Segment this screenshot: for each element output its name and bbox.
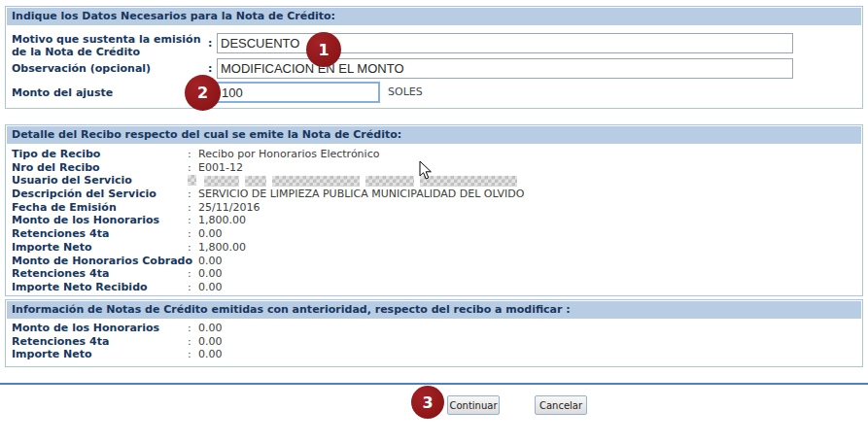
prior-credit-notes-section: Información de Notas de Crédito emitidas…: [5, 299, 863, 367]
cancel-button[interactable]: Cancelar: [535, 395, 587, 415]
table-row: Monto de los Honorarios:1,800.00: [12, 214, 856, 227]
table-row: Descripción del Servicio:SERVICIO DE LIM…: [12, 188, 856, 201]
row-label: Fecha de Emisión: [12, 201, 188, 215]
row-label: Importe Neto: [12, 348, 188, 361]
row-label: Descripción del Servicio: [12, 188, 188, 201]
row-value: E001-12: [198, 161, 243, 175]
row-value: 1,800.00: [198, 241, 246, 255]
row-value: SERVICIO DE LIMPIEZA PUBLICA MUNICIPALID…: [198, 188, 524, 201]
table-row: Retenciones 4ta:0.00: [12, 335, 856, 349]
row-value: 0.00: [198, 227, 223, 241]
section-title-prior-credit-notes: Información de Notas de Crédito emitidas…: [7, 301, 861, 319]
row-label: Nro del Recibo: [12, 161, 188, 175]
table-row: Importe Neto:0.00: [12, 348, 856, 361]
mouse-cursor-icon: [419, 160, 433, 180]
row-value: 25/11/2016: [198, 201, 260, 215]
redacted-block: [420, 176, 517, 187]
table-row: Tipo de Recibo:Recibo por Honorarios Ele…: [12, 148, 856, 161]
currency-suffix-label: SOLES: [388, 85, 423, 98]
divider: [0, 383, 868, 385]
observacion-label: Observación (opcional): [12, 62, 211, 75]
table-row: Monto de los Honorarios:0.00: [12, 322, 856, 335]
motivo-label: Motivo que sustenta la emisión de la Not…: [12, 33, 211, 58]
section-title-receipt-detail: Detalle del Recibo respecto del cual se …: [7, 126, 861, 144]
table-row: Retenciones 4ta:0.00: [12, 267, 856, 281]
section-title-required-data: Indique los Datos Necesarios para la Not…: [7, 8, 861, 25]
row-value-redacted: [204, 174, 523, 188]
row-label: Monto de los Honorarios: [12, 322, 188, 335]
row-label: Retenciones 4ta: [12, 335, 188, 349]
table-row-redacted: Usuario del Servicio: [12, 174, 856, 188]
row-value: Recibo por Honorarios Electrónico: [198, 148, 379, 161]
row-value: 0.00: [198, 335, 223, 349]
redacted-block: [204, 176, 239, 187]
row-value: 0.00: [198, 267, 223, 281]
table-row: Nro del Recibo:E001-12: [12, 161, 856, 175]
redacted-block: [365, 176, 414, 187]
row-label: Importe Neto Recibido: [12, 281, 188, 294]
row-value: 0.00: [198, 281, 223, 294]
monto-ajuste-input[interactable]: [217, 82, 380, 103]
table-row: Importe Neto:1,800.00: [12, 241, 856, 255]
table-row: Importe Neto Recibido:0.00: [12, 281, 856, 294]
row-value: 0.00: [198, 322, 223, 335]
table-row: Retenciones 4ta:0.00: [12, 227, 856, 241]
redacted-block: [245, 176, 266, 187]
table-row: Fecha de Emisión:25/11/2016: [12, 201, 856, 215]
motivo-input[interactable]: [217, 33, 793, 53]
continue-button[interactable]: Continuar: [447, 395, 500, 415]
row-value: 0.00: [198, 348, 223, 361]
step-3-badge: 3: [411, 386, 444, 419]
observacion-colon: :: [208, 62, 212, 75]
row-label: Usuario del Servicio: [12, 174, 188, 188]
step-2-badge: 2: [185, 75, 221, 111]
required-data-section: Indique los Datos Necesarios para la Not…: [5, 6, 863, 109]
table-row: Monto de Honorarios Cobrado:0.00: [12, 255, 856, 268]
monto-ajuste-label: Monto del ajuste: [12, 86, 211, 99]
row-label: Monto de los Honorarios: [12, 214, 188, 227]
step-1-badge: 1: [306, 32, 341, 67]
receipt-detail-section: Detalle del Recibo respecto del cual se …: [5, 124, 863, 296]
row-label: Monto de Honorarios Cobrado: [12, 255, 188, 268]
redacted-block: [188, 175, 196, 186]
observacion-input[interactable]: [217, 58, 793, 79]
motivo-colon: :: [208, 37, 212, 50]
row-label: Retenciones 4ta: [12, 227, 188, 241]
credit-note-form-page: Indique los Datos Necesarios para la Not…: [0, 0, 868, 444]
row-label: Tipo de Recibo: [12, 148, 188, 161]
row-label: Retenciones 4ta: [12, 267, 188, 281]
row-value: 0.00: [198, 255, 223, 268]
row-label: Importe Neto: [12, 241, 188, 255]
row-value: 1,800.00: [198, 214, 246, 227]
redacted-block: [272, 176, 360, 187]
